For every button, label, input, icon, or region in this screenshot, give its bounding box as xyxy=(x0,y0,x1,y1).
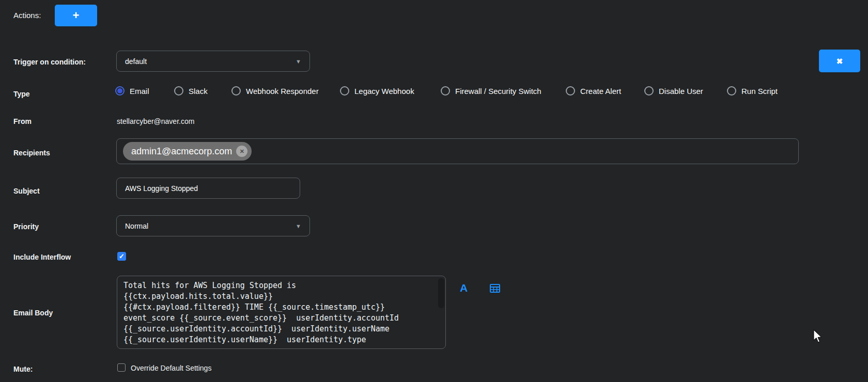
close-icon: ✖ xyxy=(836,57,843,65)
type-option-slack[interactable]: Slack xyxy=(174,86,208,95)
type-option-email[interactable]: Email xyxy=(115,86,149,95)
trigger-condition-value: default xyxy=(125,57,147,66)
from-label: From xyxy=(13,117,32,125)
radio-icon xyxy=(566,86,575,95)
priority-select[interactable]: Normal ▼ xyxy=(116,215,310,236)
type-option-firewall-security-switch[interactable]: Firewall / Security Switch xyxy=(441,86,541,95)
type-option-label: Run Script xyxy=(741,87,778,95)
actions-label: Actions: xyxy=(13,11,41,20)
type-option-label: Create Alert xyxy=(580,87,621,95)
subject-label: Subject xyxy=(13,187,40,195)
radio-icon xyxy=(174,86,183,95)
table-icon[interactable] xyxy=(490,284,500,293)
radio-icon xyxy=(727,86,736,95)
mouse-cursor xyxy=(813,329,823,344)
mute-override-checkbox[interactable] xyxy=(117,363,126,372)
recipients-input[interactable]: admin1@acmecorp.com ✕ xyxy=(116,138,799,164)
email-body-label: Email Body xyxy=(13,309,53,317)
recipients-label: Recipients xyxy=(13,149,50,157)
radio-icon xyxy=(644,86,654,95)
trigger-condition-select[interactable]: default ▼ xyxy=(116,51,310,72)
type-option-create-alert[interactable]: Create Alert xyxy=(566,86,621,95)
subject-input[interactable] xyxy=(116,178,300,199)
chevron-down-icon: ▼ xyxy=(296,58,301,65)
type-option-webhook-responder[interactable]: Webhook Responder xyxy=(231,86,319,95)
mute-override-label: Override Default Settings xyxy=(131,364,211,372)
chevron-down-icon: ▼ xyxy=(296,223,301,229)
include-interflow-label: Include Interflow xyxy=(13,253,71,261)
type-option-label: Slack xyxy=(189,87,208,95)
radio-icon xyxy=(115,86,125,95)
type-option-disable-user[interactable]: Disable User xyxy=(644,86,703,95)
radio-icon xyxy=(340,86,349,95)
type-option-label: Legacy Webhook xyxy=(354,87,414,95)
email-body-textarea[interactable]: Total hits for AWS Logging Stopped is {{… xyxy=(117,276,446,349)
from-value: stellarcyber@naver.com xyxy=(117,117,194,125)
type-options: EmailSlackWebhook ResponderLegacy Webhoo… xyxy=(0,86,868,100)
plus-icon: + xyxy=(73,10,80,21)
remove-recipient-icon[interactable]: ✕ xyxy=(236,146,247,157)
type-option-label: Webhook Responder xyxy=(246,87,319,95)
trigger-condition-label: Trigger on condition: xyxy=(13,58,86,66)
priority-label: Priority xyxy=(13,222,39,231)
type-option-run-script[interactable]: Run Script xyxy=(727,86,778,95)
radio-icon xyxy=(231,86,241,95)
recipient-chip: admin1@acmecorp.com ✕ xyxy=(123,142,252,161)
mute-label: Mute: xyxy=(13,365,33,373)
priority-value: Normal xyxy=(125,222,148,230)
include-interflow-checkbox[interactable] xyxy=(117,252,126,261)
recipient-chip-value: admin1@acmecorp.com xyxy=(131,146,232,157)
add-action-button[interactable]: + xyxy=(55,5,97,26)
radio-icon xyxy=(441,86,450,95)
type-option-label: Email xyxy=(130,87,149,95)
email-body-wrap: Total hits for AWS Logging Stopped is {{… xyxy=(117,276,446,349)
type-option-label: Disable User xyxy=(659,87,703,95)
font-icon[interactable]: A xyxy=(460,282,468,294)
type-option-label: Firewall / Security Switch xyxy=(455,87,541,95)
type-option-legacy-webhook[interactable]: Legacy Webhook xyxy=(340,86,414,95)
remove-action-button[interactable]: ✖ xyxy=(819,50,860,72)
